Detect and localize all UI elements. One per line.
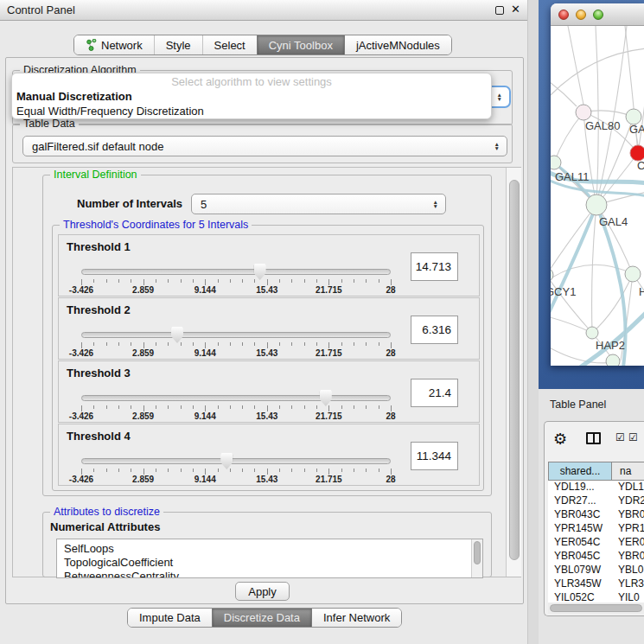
cell-shared-name: YBR045C <box>548 550 612 564</box>
close-panel-icon[interactable]: ✕ <box>511 3 520 16</box>
slider-tick-label: 21.715 <box>307 475 350 484</box>
tab-jactivemnodules[interactable]: jActiveMNodules <box>344 35 451 54</box>
tab-cyni-toolbox[interactable]: Cyni Toolbox <box>257 35 344 54</box>
network-node-h[interactable] <box>625 266 641 282</box>
slider-tick-label: 28 <box>369 411 412 421</box>
float-panel-icon[interactable] <box>495 6 504 15</box>
zoom-traffic-light-icon[interactable] <box>593 10 603 20</box>
slider-tick <box>341 342 342 346</box>
network-node-gal4[interactable] <box>586 194 607 215</box>
slider-tick <box>341 405 342 409</box>
number-of-intervals-combo[interactable]: 5 ▲▼ <box>191 194 446 214</box>
table-row[interactable]: YDR27...YDR2 <box>548 494 644 508</box>
scrollbar-thumb[interactable] <box>474 541 481 564</box>
tab-infer-network[interactable]: Infer Network <box>311 609 401 627</box>
cell-name: YLR3 <box>612 577 644 591</box>
table-row[interactable]: YDL19...YDL1 <box>548 481 644 494</box>
slider-tick-label: 15.43 <box>245 285 289 295</box>
network-node-gal80[interactable] <box>576 105 591 120</box>
gear-icon[interactable]: ⚙ <box>553 430 567 449</box>
numerical-attributes-list[interactable]: SelfLoopsTopologicalCoefficientBetweenne… <box>56 539 483 578</box>
slider-tick <box>391 342 392 348</box>
tab-discretize-data[interactable]: Discretize Data <box>212 609 311 627</box>
apply-button[interactable]: Apply <box>235 582 290 601</box>
network-node-gal11[interactable] <box>551 156 561 169</box>
thresholds-group-label: Threshold's Coordinates for 5 Intervals <box>60 219 252 231</box>
slider-tick <box>93 405 94 409</box>
slider-track[interactable] <box>81 332 391 338</box>
table-hscrollbar[interactable] <box>548 603 644 614</box>
tab-impute-data[interactable]: Impute Data <box>128 609 212 627</box>
slider-tick <box>254 279 255 283</box>
scrollbar-thumb[interactable] <box>550 604 642 612</box>
slider-tick <box>254 342 255 346</box>
slider-handle[interactable] <box>220 453 233 469</box>
settings-scrollbar[interactable] <box>506 168 521 577</box>
network-canvas[interactable]: GAL80GACGAL11GAL4GCY1HHAP2 <box>551 26 644 366</box>
slider-tick <box>279 405 280 409</box>
column-header-shared-name[interactable]: shared... <box>548 462 612 481</box>
slider-tick <box>291 405 292 409</box>
cell-name: YER0 <box>612 536 644 550</box>
table-row[interactable]: YBR043CYBR0 <box>548 508 644 522</box>
threshold-3-block: Threshold 3-3.4262.8599.14415.4321.71528… <box>58 360 480 423</box>
table-row[interactable]: YER054CYER0 <box>548 536 644 550</box>
threshold-value-field[interactable]: 6.316 <box>411 316 458 344</box>
table-data-combo[interactable]: galFiltered.sif default node ▲▼ <box>22 136 507 156</box>
cell-name: YDL1 <box>612 481 644 494</box>
slider-tick <box>279 469 280 472</box>
network-node-hap2[interactable] <box>586 327 598 339</box>
threshold-value-field[interactable]: 14.713 <box>411 252 458 281</box>
slider-tick <box>328 469 329 475</box>
slider-tick <box>366 342 367 346</box>
slider-tick <box>354 405 354 409</box>
checkbox-icon[interactable]: ☑ <box>628 431 638 443</box>
slider-handle[interactable] <box>254 264 266 280</box>
scrollbar-thumb[interactable] <box>509 180 520 560</box>
list-item-topologicalcoefficient[interactable]: TopologicalCoefficient <box>57 556 482 570</box>
button-bar: Apply <box>6 578 523 603</box>
slider-tick <box>193 342 194 346</box>
slider-track[interactable] <box>81 395 391 401</box>
slider-tick-label: 2.859 <box>122 348 165 358</box>
slider-tick <box>218 279 219 283</box>
slider-tick <box>242 469 243 472</box>
checkbox-icon[interactable]: ☑ <box>615 431 625 443</box>
slider-track[interactable] <box>81 269 391 275</box>
slider-tick <box>168 342 169 346</box>
list-item-betweennesscentrality[interactable]: BetweennessCentrality <box>57 570 482 578</box>
tab-style[interactable]: Style <box>154 35 202 54</box>
threshold-value-field[interactable]: 21.4 <box>411 379 458 407</box>
slider-track[interactable] <box>81 458 391 464</box>
network-window-titlebar[interactable] <box>551 3 644 26</box>
tab-select[interactable]: Select <box>202 35 257 54</box>
tab-network[interactable]: Network <box>74 35 154 54</box>
slider-tick <box>379 405 379 409</box>
slider-tick <box>205 469 206 475</box>
column-header-name[interactable]: na <box>612 462 644 481</box>
table-row[interactable]: YLR345WYLR3 <box>548 577 644 591</box>
table-row[interactable]: YBR045CYBR0 <box>548 550 644 564</box>
list-item-selfloops[interactable]: SelfLoops <box>57 542 482 556</box>
attributes-list-scrollbar[interactable] <box>471 539 482 577</box>
slider-handle[interactable] <box>320 390 332 406</box>
panel-divider[interactable] <box>527 0 539 644</box>
slider-tick-label: -3.426 <box>60 475 103 484</box>
table-row[interactable]: YPR145WYPR1 <box>548 522 644 536</box>
table-row[interactable]: YBL079WYBL0 <box>548 564 644 577</box>
columns-icon[interactable] <box>586 432 601 444</box>
algorithm-option-equal-width-frequency-discretization[interactable]: Equal Width/Frequency Discretization <box>12 104 491 118</box>
threshold-value-field[interactable]: 11.344 <box>411 442 458 470</box>
close-traffic-light-icon[interactable] <box>558 10 569 20</box>
slider-handle[interactable] <box>171 327 183 343</box>
slider-tick <box>131 279 131 283</box>
algorithm-option-manual-discretization[interactable]: Manual Discretization <box>12 89 491 104</box>
combo-stepper-icon: ▲▼ <box>494 142 500 150</box>
interval-definition-group: Interval Definition Number of Intervals … <box>42 175 492 496</box>
minimize-traffic-light-icon[interactable] <box>576 10 586 20</box>
network-node-label: GCY1 <box>551 285 576 298</box>
network-node-gcy1[interactable] <box>551 268 553 282</box>
slider-tick <box>81 279 82 285</box>
network-node-partial[interactable] <box>606 354 620 366</box>
network-window[interactable]: GAL80GACGAL11GAL4GCY1HHAP2 <box>551 3 644 366</box>
